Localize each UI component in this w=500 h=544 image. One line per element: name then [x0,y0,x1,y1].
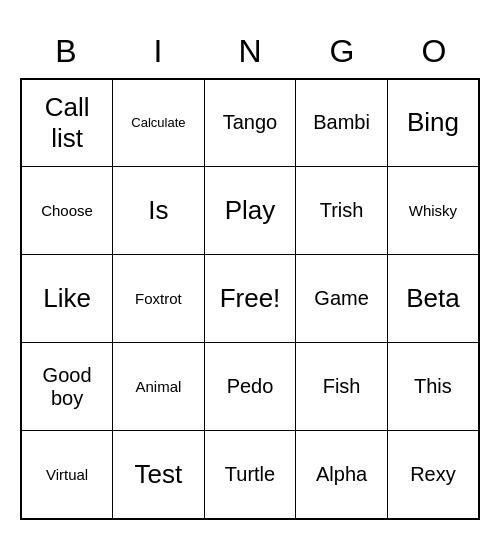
table-cell: Foxtrot [113,255,205,343]
table-row: LikeFoxtrotFree!GameBeta [21,255,479,343]
header-letter: N [204,25,296,78]
table-row: ChooseIsPlayTrishWhisky [21,167,479,255]
table-row: VirtualTestTurtleAlphaRexy [21,431,479,519]
table-cell: Turtle [204,431,296,519]
table-cell: Beta [387,255,479,343]
table-cell: Calllist [21,79,113,167]
table-cell: Fish [296,343,388,431]
table-cell: Test [113,431,205,519]
header-letter: G [296,25,388,78]
table-cell: Virtual [21,431,113,519]
table-cell: Choose [21,167,113,255]
header-letter: O [388,25,480,78]
table-cell: Bing [387,79,479,167]
table-cell: Alpha [296,431,388,519]
header-letter: B [20,25,112,78]
bingo-card-container: BINGO CalllistCalculateTangoBambiBingCho… [20,25,480,520]
table-row: CalllistCalculateTangoBambiBing [21,79,479,167]
table-cell: Like [21,255,113,343]
table-cell: Whisky [387,167,479,255]
table-cell: Rexy [387,431,479,519]
bingo-header: BINGO [20,25,480,78]
table-cell: Free! [204,255,296,343]
table-row: GoodboyAnimalPedoFishThis [21,343,479,431]
table-cell: Play [204,167,296,255]
table-cell: This [387,343,479,431]
table-cell: Pedo [204,343,296,431]
table-cell: Tango [204,79,296,167]
table-cell: Bambi [296,79,388,167]
table-cell: Calculate [113,79,205,167]
header-letter: I [112,25,204,78]
table-cell: Trish [296,167,388,255]
table-cell: Game [296,255,388,343]
table-cell: Goodboy [21,343,113,431]
table-cell: Is [113,167,205,255]
table-cell: Animal [113,343,205,431]
bingo-grid: CalllistCalculateTangoBambiBingChooseIsP… [20,78,480,520]
